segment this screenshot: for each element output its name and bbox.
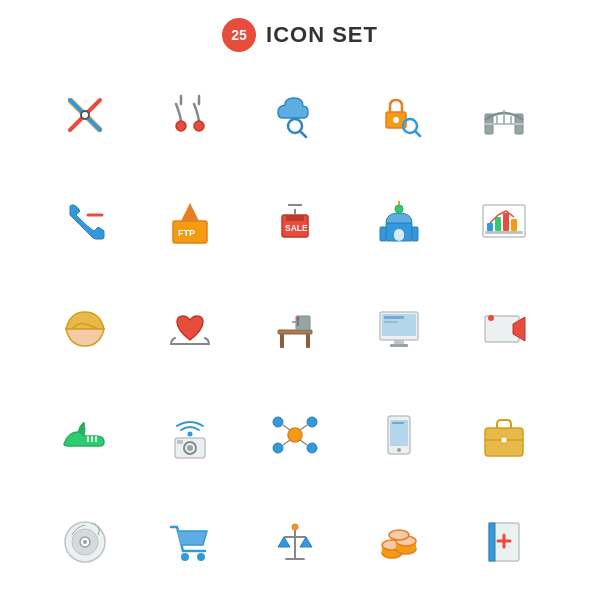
phone-minus-icon (40, 177, 130, 267)
lock-search-icon (354, 70, 444, 160)
svg-point-60 (187, 432, 192, 437)
briefcase-icon (459, 390, 549, 480)
svg-rect-36 (487, 223, 493, 231)
desktop-icon (354, 284, 444, 374)
svg-point-3 (81, 111, 89, 119)
svg-point-30 (395, 205, 403, 213)
svg-rect-38 (503, 213, 509, 231)
svg-point-11 (393, 117, 399, 123)
tablet-icon (354, 390, 444, 480)
justice-icon (250, 497, 340, 587)
svg-rect-43 (306, 334, 310, 348)
page-title: Icon Set (266, 22, 378, 48)
svg-rect-25 (286, 215, 304, 221)
svg-point-69 (307, 443, 317, 453)
svg-rect-64 (177, 440, 183, 444)
svg-point-84 (83, 540, 87, 544)
svg-point-67 (307, 417, 317, 427)
chart-icon (459, 177, 549, 267)
cart-icon (145, 497, 235, 587)
svg-line-72 (283, 440, 290, 445)
svg-rect-41 (278, 330, 312, 334)
svg-rect-42 (280, 334, 284, 348)
svg-point-5 (176, 121, 186, 131)
svg-rect-50 (394, 340, 404, 344)
svg-line-70 (283, 425, 290, 430)
sale-icon: SALE (250, 177, 340, 267)
cloud-search-icon (250, 70, 340, 160)
svg-rect-33 (380, 227, 386, 241)
svg-line-13 (415, 131, 420, 136)
svg-line-9 (300, 131, 306, 137)
earrings-icon (145, 70, 235, 160)
svg-rect-77 (392, 422, 404, 424)
shoe-icon (40, 390, 130, 480)
desk-icon (250, 284, 340, 374)
tools-icon (40, 70, 130, 160)
icon-count-badge: 25 (222, 18, 256, 52)
svg-rect-99 (489, 523, 495, 561)
svg-point-97 (389, 530, 409, 540)
svg-point-56 (488, 315, 494, 321)
bridge-icon (459, 70, 549, 160)
svg-point-90 (292, 524, 298, 530)
wifi-camera-icon (145, 390, 235, 480)
svg-rect-37 (495, 217, 501, 231)
svg-point-63 (187, 445, 193, 451)
fortune-cookie-icon (40, 284, 130, 374)
svg-line-73 (300, 440, 307, 445)
svg-marker-22 (181, 203, 199, 221)
network-icon (250, 390, 340, 480)
svg-rect-53 (384, 321, 398, 323)
svg-rect-35 (485, 231, 523, 234)
svg-point-76 (397, 448, 401, 452)
icon-grid: FTP SALE (40, 70, 560, 600)
svg-rect-32 (394, 229, 404, 241)
svg-point-68 (273, 443, 283, 453)
svg-text:SALE: SALE (285, 223, 308, 233)
svg-rect-52 (384, 316, 404, 319)
svg-line-71 (300, 425, 307, 430)
svg-point-85 (181, 553, 189, 561)
video-icon (459, 284, 549, 374)
svg-point-65 (288, 428, 302, 442)
svg-rect-80 (501, 437, 507, 443)
ftp-icon: FTP (145, 177, 235, 267)
coins-icon (354, 497, 444, 587)
svg-point-66 (273, 417, 283, 427)
page-header: 25 Icon Set (222, 18, 378, 52)
mosque-icon (354, 177, 444, 267)
medical-book-icon (459, 497, 549, 587)
disc-icon (40, 497, 130, 587)
svg-rect-51 (390, 344, 408, 347)
svg-rect-34 (412, 227, 418, 241)
svg-text:FTP: FTP (178, 228, 195, 238)
svg-point-86 (197, 553, 205, 561)
svg-point-7 (194, 121, 204, 131)
svg-rect-39 (511, 219, 517, 231)
heart-hands-icon (145, 284, 235, 374)
